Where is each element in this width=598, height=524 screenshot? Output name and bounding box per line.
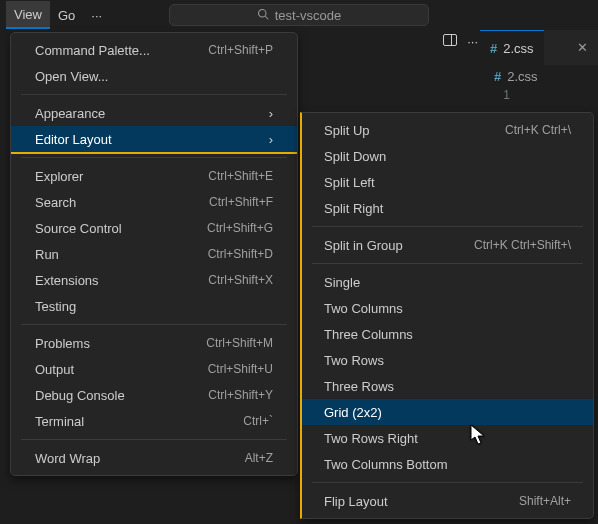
menu-separator [21,324,287,325]
menu-separator [21,439,287,440]
menu-label: Three Columns [324,327,413,342]
css-file-icon: # [494,69,501,84]
submenu-two-columns[interactable]: Two Columns [302,295,593,321]
tab-2css[interactable]: # 2.css [480,30,544,65]
menu-run[interactable]: Run Ctrl+Shift+D [11,241,297,267]
menu-shortcut: Ctrl+Shift+G [207,221,273,235]
editor-actions: ··· [443,34,478,49]
chevron-right-icon: › [269,132,273,147]
menu-command-palette[interactable]: Command Palette... Ctrl+Shift+P [11,37,297,63]
menu-shortcut: Ctrl+Shift+D [208,247,273,261]
command-center-search[interactable]: test-vscode [169,4,429,26]
svg-point-0 [258,9,266,17]
menu-go[interactable]: Go [50,1,83,29]
menu-shortcut: Ctrl+Shift+P [208,43,273,57]
menu-label: Testing [35,299,76,314]
menu-editor-layout[interactable]: Editor Layout › [11,126,297,152]
menu-label: Explorer [35,169,83,184]
menu-label: Two Rows [324,353,384,368]
menu-shortcut: Ctrl+Shift+X [208,273,273,287]
menu-shortcut: Ctrl+K Ctrl+Shift+\ [474,238,571,252]
menu-label: Open View... [35,69,108,84]
breadcrumb[interactable]: # 2.css [480,65,598,87]
submenu-single[interactable]: Single [302,269,593,295]
menu-separator [312,226,583,227]
submenu-three-columns[interactable]: Three Columns [302,321,593,347]
menu-label: Two Columns Bottom [324,457,448,472]
menu-testing[interactable]: Testing [11,293,297,319]
submenu-two-rows-right[interactable]: Two Rows Right [302,425,593,451]
menu-label: Split Down [324,149,386,164]
submenu-split-down[interactable]: Split Down [302,143,593,169]
menu-search[interactable]: Search Ctrl+Shift+F [11,189,297,215]
menu-label: Two Columns [324,301,403,316]
menu-label: Split Up [324,123,370,138]
menu-overflow-icon[interactable]: ··· [83,8,110,23]
menu-explorer[interactable]: Explorer Ctrl+Shift+E [11,163,297,189]
submenu-split-in-group[interactable]: Split in Group Ctrl+K Ctrl+Shift+\ [302,232,593,258]
view-menu-dropdown: Command Palette... Ctrl+Shift+P Open Vie… [10,32,298,476]
search-label: test-vscode [275,8,341,23]
menu-label: Source Control [35,221,122,236]
submenu-two-columns-bottom[interactable]: Two Columns Bottom [302,451,593,477]
menu-shortcut: Ctrl+Shift+U [208,362,273,376]
more-actions-icon[interactable]: ··· [467,34,478,49]
split-editor-icon[interactable] [443,34,457,49]
menu-label: Editor Layout [35,132,112,147]
submenu-split-up[interactable]: Split Up Ctrl+K Ctrl+\ [302,117,593,143]
menu-label: Debug Console [35,388,125,403]
menu-output[interactable]: Output Ctrl+Shift+U [11,356,297,382]
menu-debug-console[interactable]: Debug Console Ctrl+Shift+Y [11,382,297,408]
menu-shortcut: Ctrl+Shift+Y [208,388,273,402]
line-number: 1 [503,88,510,102]
menu-view[interactable]: View [6,1,50,29]
submenu-three-rows[interactable]: Three Rows [302,373,593,399]
menu-label: Flip Layout [324,494,388,509]
submenu-split-left[interactable]: Split Left [302,169,593,195]
menu-label: Three Rows [324,379,394,394]
menu-extensions[interactable]: Extensions Ctrl+Shift+X [11,267,297,293]
menu-shortcut: Ctrl+` [243,414,273,428]
menu-shortcut: Ctrl+Shift+E [208,169,273,183]
menu-separator [21,157,287,158]
menu-label: Output [35,362,74,377]
menu-label: Command Palette... [35,43,150,58]
menu-shortcut: Ctrl+K Ctrl+\ [505,123,571,137]
menu-label: Split in Group [324,238,403,253]
css-file-icon: # [490,41,497,56]
tab-close-icon[interactable]: ✕ [567,40,598,55]
editor-tabs: # 2.css ✕ [480,30,598,65]
submenu-grid-2x2[interactable]: Grid (2x2) [302,399,593,425]
menu-label: Extensions [35,273,99,288]
menu-label: Terminal [35,414,84,429]
menu-shortcut: Shift+Alt+ [519,494,571,508]
editor-layout-submenu: Split Up Ctrl+K Ctrl+\ Split Down Split … [300,112,594,519]
menu-label: Single [324,275,360,290]
menu-shortcut: Ctrl+Shift+M [206,336,273,350]
menu-source-control[interactable]: Source Control Ctrl+Shift+G [11,215,297,241]
chevron-right-icon: › [269,106,273,121]
menu-bar: View Go ··· [0,0,110,30]
menu-separator [312,263,583,264]
menu-appearance[interactable]: Appearance › [11,100,297,126]
menu-label: Split Right [324,201,383,216]
menu-label: Run [35,247,59,262]
breadcrumb-label: 2.css [507,69,537,84]
menu-label: Word Wrap [35,451,100,466]
menu-label: Problems [35,336,90,351]
menu-problems[interactable]: Problems Ctrl+Shift+M [11,330,297,356]
submenu-split-right[interactable]: Split Right [302,195,593,221]
menu-open-view[interactable]: Open View... [11,63,297,89]
search-icon [257,8,269,23]
menu-label: Appearance [35,106,105,121]
submenu-two-rows[interactable]: Two Rows [302,347,593,373]
menu-label: Two Rows Right [324,431,418,446]
title-bar: View Go ··· ← → test-vscode [0,0,598,30]
submenu-flip-layout[interactable]: Flip Layout Shift+Alt+ [302,488,593,514]
menu-word-wrap[interactable]: Word Wrap Alt+Z [11,445,297,471]
menu-separator [312,482,583,483]
menu-terminal[interactable]: Terminal Ctrl+` [11,408,297,434]
menu-shortcut: Ctrl+Shift+F [209,195,273,209]
tab-label: 2.css [503,41,533,56]
menu-label: Search [35,195,76,210]
